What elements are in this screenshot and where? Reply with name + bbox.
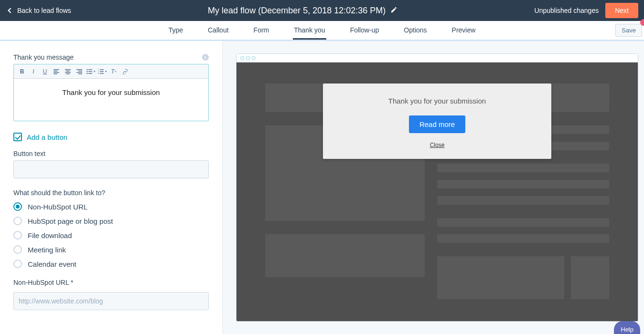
- thank-you-message-label: Thank you message: [13, 53, 74, 61]
- radio-non-hubspot-url[interactable]: Non-HubSpot URL: [13, 202, 209, 211]
- ghost-block: [265, 234, 425, 277]
- non-hubspot-url-label: Non-HubSpot URL *: [13, 279, 209, 286]
- pencil-icon[interactable]: [390, 6, 397, 16]
- button-text-label: Button text: [13, 150, 45, 157]
- link-question-label: What should the button link to?: [13, 189, 209, 197]
- radio-icon: [13, 217, 22, 225]
- radio-label: Non-HubSpot URL: [28, 203, 87, 211]
- bold-icon[interactable]: B: [17, 66, 27, 77]
- svg-rect-11: [100, 73, 104, 74]
- align-right-icon[interactable]: [74, 66, 85, 77]
- add-button-label: Add a button: [27, 133, 67, 141]
- window-dot-icon: [240, 56, 244, 60]
- tab-type[interactable]: Type: [168, 22, 184, 40]
- back-to-lead-flows[interactable]: Back to lead flows: [9, 7, 71, 14]
- back-label: Back to lead flows: [17, 7, 71, 14]
- svg-rect-7: [100, 69, 104, 70]
- ghost-block: [437, 218, 609, 227]
- align-left-icon[interactable]: [51, 66, 62, 77]
- svg-rect-3: [88, 71, 92, 72]
- link-icon[interactable]: [120, 66, 130, 77]
- svg-rect-5: [88, 73, 92, 74]
- radio-meeting-link[interactable]: Meeting link: [13, 245, 209, 254]
- svg-rect-9: [100, 71, 104, 72]
- radio-file-download[interactable]: File download: [13, 231, 209, 240]
- window-dot-icon: [252, 56, 256, 60]
- help-button[interactable]: Help: [614, 321, 640, 334]
- editor-toolbar: B I U ▾ 123▾ T×: [14, 64, 208, 79]
- svg-text:3: 3: [98, 72, 99, 74]
- radio-icon: [13, 260, 22, 268]
- numbered-list-icon[interactable]: 123▾: [97, 66, 107, 77]
- ghost-block: [437, 234, 609, 243]
- radio-icon: [13, 231, 22, 240]
- svg-point-0: [86, 69, 87, 70]
- svg-rect-1: [88, 69, 92, 70]
- non-hubspot-url-input[interactable]: [13, 292, 209, 310]
- ghost-block: [571, 256, 609, 299]
- radio-calendar-event[interactable]: Calendar event: [13, 260, 209, 268]
- radio-label: Calendar event: [28, 260, 76, 268]
- svg-point-4: [86, 73, 87, 73]
- save-button[interactable]: Save: [615, 24, 642, 37]
- tab-options[interactable]: Options: [403, 22, 428, 40]
- tab-callout[interactable]: Callout: [207, 22, 230, 40]
- radio-hubspot-page[interactable]: HubSpot page or blog post: [13, 217, 209, 225]
- rich-text-editor[interactable]: B I U ▾ 123▾ T× Thank you for your submi…: [13, 64, 209, 121]
- page-title: My lead flow (December 5, 2018 12:02:36 …: [208, 6, 386, 16]
- tab-thank-you[interactable]: Thank you: [293, 22, 326, 40]
- align-center-icon[interactable]: [63, 66, 73, 77]
- ghost-block: [437, 196, 609, 205]
- svg-point-2: [86, 71, 87, 72]
- add-button-checkbox[interactable]: [13, 133, 22, 141]
- read-more-button[interactable]: Read more: [409, 115, 465, 133]
- tab-follow-up[interactable]: Follow-up: [349, 22, 380, 40]
- modal-message: Thank you for your submission: [333, 97, 542, 105]
- thank-you-modal: Thank you for your submission Read more …: [323, 84, 551, 159]
- info-icon[interactable]: i: [202, 54, 209, 61]
- radio-label: Meeting link: [28, 246, 66, 254]
- bullet-list-icon[interactable]: ▾: [86, 66, 96, 77]
- window-dot-icon: [246, 56, 250, 60]
- radio-icon: [13, 202, 22, 211]
- window-chrome: [236, 54, 638, 63]
- unpublished-status: Unpublished changes: [535, 7, 599, 14]
- radio-icon: [13, 245, 22, 254]
- ghost-block: [437, 180, 609, 188]
- radio-label: File download: [28, 231, 72, 240]
- italic-icon[interactable]: I: [28, 66, 39, 77]
- underline-icon[interactable]: U: [40, 66, 50, 77]
- modal-close-link[interactable]: Close: [430, 142, 445, 148]
- ghost-block: [437, 256, 564, 299]
- next-button[interactable]: Next: [605, 3, 638, 18]
- tab-preview[interactable]: Preview: [451, 22, 477, 40]
- preview-window: Thank you for your submission Read more …: [236, 53, 638, 322]
- editor-content[interactable]: Thank you for your submission: [14, 79, 208, 121]
- radio-label: HubSpot page or blog post: [28, 217, 113, 225]
- ghost-block: [437, 164, 609, 172]
- button-text-input[interactable]: [13, 160, 209, 178]
- chevron-left-icon: [8, 8, 13, 13]
- tab-form[interactable]: Form: [253, 22, 270, 40]
- clear-format-icon[interactable]: T×: [108, 66, 119, 77]
- save-badge-icon: [640, 19, 644, 26]
